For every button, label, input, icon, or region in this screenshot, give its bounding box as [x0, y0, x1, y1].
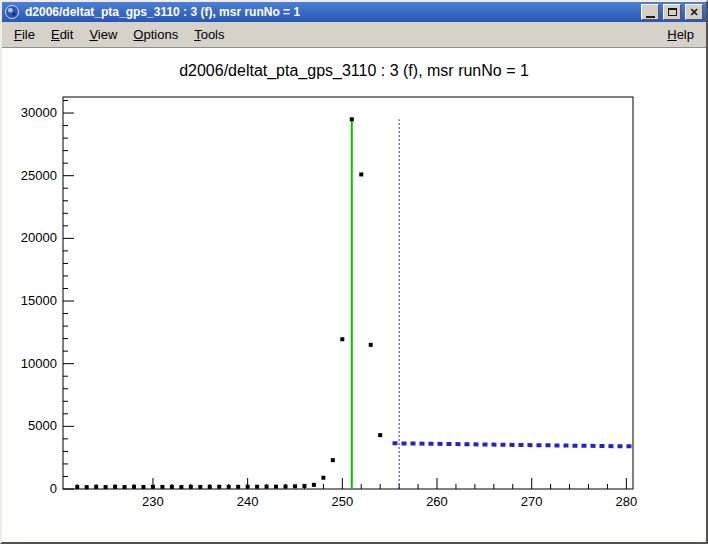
x-tick-label: 260 — [426, 494, 448, 509]
histogram-point — [189, 485, 193, 489]
menu-edit[interactable]: Edit — [43, 23, 81, 46]
histogram-point — [369, 343, 373, 347]
histogram-point — [284, 484, 288, 488]
window-title: d2006/deltat_pta_gps_3110 : 3 (f), msr r… — [23, 5, 637, 19]
histogram-point — [141, 485, 145, 489]
root-canvas[interactable]: d2006/deltat_pta_gps_3110 : 3 (f), msr r… — [2, 48, 706, 542]
histogram-point — [246, 485, 250, 489]
minimize-icon[interactable] — [641, 4, 659, 20]
menu-file[interactable]: File — [6, 23, 43, 46]
histogram-point — [132, 485, 136, 489]
histogram-point — [312, 483, 316, 487]
menu-bar: File Edit View Options Tools Help — [2, 22, 706, 48]
menu-options[interactable]: Options — [125, 23, 186, 46]
x-tick-label: 250 — [331, 494, 353, 509]
histogram-point — [160, 485, 164, 489]
window-titlebar[interactable]: d2006/deltat_pta_gps_3110 : 3 (f), msr r… — [2, 2, 706, 22]
histogram-point — [113, 485, 117, 489]
histogram-point — [359, 172, 363, 176]
y-tick-label: 0 — [50, 481, 57, 496]
application-window: d2006/deltat_pta_gps_3110 : 3 (f), msr r… — [0, 0, 708, 544]
menu-tools[interactable]: Tools — [186, 23, 232, 46]
histogram-point — [227, 485, 231, 489]
histogram-point — [217, 485, 221, 489]
menu-view[interactable]: View — [81, 23, 125, 46]
histogram-point — [179, 485, 183, 489]
x-tick-label: 230 — [142, 494, 164, 509]
app-icon — [5, 5, 19, 19]
histogram-point — [340, 337, 344, 341]
histogram-point — [198, 485, 202, 489]
histogram-point — [302, 484, 306, 488]
menu-help[interactable]: Help — [659, 23, 702, 46]
histogram-point — [151, 485, 155, 489]
histogram-point — [265, 485, 269, 489]
close-glyph: ✕ — [689, 7, 698, 18]
y-tick-label: 25000 — [21, 168, 57, 183]
plot-frame — [63, 97, 633, 489]
histogram-point — [208, 485, 212, 489]
histogram-point — [321, 476, 325, 480]
y-tick-label: 5000 — [28, 418, 57, 433]
histogram-point — [378, 433, 382, 437]
maximize-glyph — [668, 8, 677, 16]
x-tick-label: 270 — [521, 494, 543, 509]
histogram-point — [331, 458, 335, 462]
close-icon[interactable]: ✕ — [685, 4, 703, 20]
y-tick-label: 20000 — [21, 230, 57, 245]
y-tick-label: 30000 — [21, 105, 57, 120]
histogram-point — [236, 485, 240, 489]
histogram-point — [94, 485, 98, 489]
plot-area[interactable]: 2302402502602702800500010000150002000025… — [2, 48, 706, 542]
y-tick-label: 10000 — [21, 356, 57, 371]
histogram-point — [75, 485, 79, 489]
histogram-point — [293, 484, 297, 488]
histogram-point — [170, 485, 174, 489]
histogram-point — [255, 485, 259, 489]
histogram-point — [104, 485, 108, 489]
histogram-point — [274, 485, 278, 489]
histogram-point — [123, 485, 127, 489]
x-tick-label: 240 — [237, 494, 259, 509]
maximize-icon[interactable] — [663, 4, 681, 20]
histogram-point — [350, 117, 354, 121]
x-tick-label: 280 — [616, 494, 638, 509]
histogram-point — [85, 485, 89, 489]
minimize-glyph — [646, 16, 655, 18]
y-tick-label: 15000 — [21, 293, 57, 308]
